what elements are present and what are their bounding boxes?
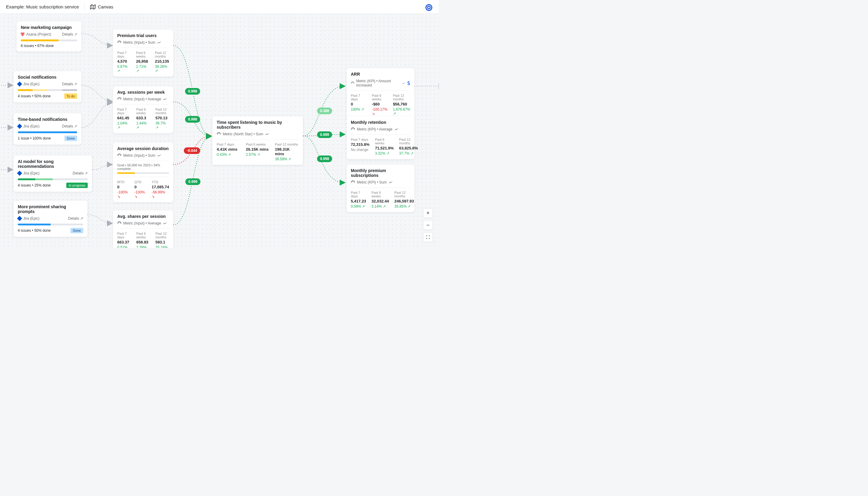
canvas[interactable]: 0.998 0.998 -0.644 0.999 0.388 0.999 0.9… [0,14,439,248]
metric-col: Past 6 weeks71,521.9%3.32% ↗ [375,138,393,155]
header: Example: Music subscription service Canv… [0,0,439,14]
metric-col: Past 6 weeks26.15K mins2.57% ↗ [246,142,270,161]
chart-icon [157,41,161,45]
metric-col: Past 12 months210,13538.26% ↗ [155,51,169,73]
metric-value: 72,315.8% [351,142,370,147]
metric-meta: Metric (Input) • Sum [117,41,169,45]
chart-icon [394,127,399,131]
svg-point-3 [426,4,432,11]
metric-col: YTD17,085.74-56.99% ↘ [152,180,169,199]
metric-label: MTD [117,180,129,184]
metric-label: Past 12 months [275,142,299,146]
gauge-icon [117,221,122,226]
metric-change: -100.17% ↘ [372,107,388,116]
card-footer: 1 issue • 100% done [18,136,51,140]
metric-value: 26.15K mins [246,147,270,152]
sheets-icon: S [407,80,410,86]
metric-card-sessions[interactable]: Avg. sessions per weekMetric (Input) • A… [113,86,173,133]
card-title: Time spent listening to music by subscri… [217,120,299,129]
goal-text: Goal • 50,000 for 2023 • 34% complete [117,160,169,171]
metric-value: 0 [117,185,129,189]
metric-change: 33.18% ↗ [156,245,169,248]
metric-change: 37.7% ↗ [399,151,418,155]
status-badge: Done [64,136,77,141]
metric-value: 32,032.44 [372,199,389,203]
metric-card-arr[interactable]: ARRMetric (KPI) • Amount increasedSPast … [346,68,414,119]
metric-value: 658.83 [136,240,150,244]
gauge-icon [117,97,122,101]
fullscreen-button[interactable] [423,232,433,242]
card-title: ARR [351,72,410,77]
metric-value: 4,570 [117,59,131,64]
canvas-tab[interactable]: Canvas [90,4,113,10]
metric-change: 38.59% ↗ [275,157,299,161]
metric-label: Past 7 days [117,108,131,115]
metric-label: Past 12 months [155,51,169,58]
metric-col: Past 7 days641.451.04% ↗ [117,108,131,129]
metric-label: Past 7 days [217,142,241,146]
details-link[interactable]: Details ↗ [62,32,77,36]
details-link[interactable]: Details ↗ [62,82,77,86]
metric-label: Past 12 months [394,191,414,198]
metric-value: 4.41K mins [217,147,241,152]
card-footer: 4 issues • 50% done [18,229,51,233]
metric-meta: Metric (Input) • Average [117,97,169,101]
metric-value: 570.13 [156,116,169,120]
metric-card-subs[interactable]: Monthly premium subscriptionsMetric (KPI… [346,165,414,212]
metric-col: Past 7 days5,417.230.59% ↗ [351,191,366,208]
metric-change: 2.38% ↗ [136,245,150,248]
gauge-icon [117,153,122,158]
chart-icon [157,153,161,158]
metric-card-duration[interactable]: Average session durationMetric (Input) •… [113,142,173,202]
metric-change: 2.57% ↗ [246,153,270,157]
logo-icon[interactable] [425,4,433,12]
metric-grid: Past 7 days5,417.230.59% ↗Past 6 weeks32… [351,187,410,208]
project-card-social[interactable]: Social notifications Jira (Epic)Details … [14,71,81,103]
metric-col: Past 12 months$56,7601,676.67% ↗ [393,94,410,116]
page-title: Example: Music subscription service [6,4,79,9]
project-card-sharing[interactable]: More prominent sharing prompts Jira (Epi… [14,201,88,237]
metric-col: Past 6 weeks32,032.443.14% ↗ [372,191,389,208]
progress-bar [21,40,77,41]
metric-card-premium[interactable]: Premium trial usersMetric (Input) • SumP… [113,30,173,77]
metric-value: 593.1 [156,240,169,244]
details-link[interactable]: Details ↗ [62,124,77,128]
metric-change: 2.71% ↗ [136,64,150,73]
correlation-badge: 0.999 [317,131,332,138]
jira-icon [17,124,22,129]
metric-value: 641.45 [117,116,131,120]
map-icon [90,4,95,10]
details-link[interactable]: Details ↗ [73,171,88,175]
metric-grid: Past 7 days72,315.8%No changePast 6 week… [351,135,410,155]
metric-card-retention[interactable]: Monthly retentionMetric (KPI) • AverageP… [346,116,414,159]
metric-meta: Metric (Input) • Sum [117,153,169,158]
jira-icon [17,171,22,176]
card-footer: 4 issues • 25% done [18,183,51,187]
metric-grid: Past 7 days663.370.51% ↗Past 6 weeks658.… [117,229,169,248]
divider [84,3,85,11]
metric-col: MTD0-100% ↘ [117,180,129,199]
metric-label: QTD [135,180,146,184]
svg-point-4 [428,6,430,9]
metric-change: 1.04% ↗ [117,121,131,129]
metric-meta: Metric (Input) • Average [117,221,169,226]
metric-card-shares[interactable]: Avg. shares per sessionMetric (Input) • … [113,210,173,248]
metric-value: 17,085.74 [152,185,169,189]
metric-card-timespent[interactable]: Time spent listening to music by subscri… [213,116,303,165]
project-card-marketing[interactable]: New marketing campaign Asana (Project)De… [17,21,81,51]
metric-value: 246,597.93 [394,199,414,203]
project-card-aimodel[interactable]: AI model for song recommendations Jira (… [14,155,92,192]
metric-change: 38.26% ↗ [155,64,169,73]
card-title: Time-based notifications [18,117,77,122]
project-card-timebased[interactable]: Time-based notifications Jira (Epic)Deta… [14,113,81,145]
metric-grid: MTD0-100% ↘QTD0-100% ↘YTD17,085.74-56.99… [117,177,169,199]
zoom-out-button[interactable]: − [423,220,433,230]
details-link[interactable]: Details ↗ [68,216,83,221]
source-label: Jira (Epic) [23,82,40,86]
canvas-label: Canvas [98,4,113,9]
card-title: Social notifications [18,75,77,80]
metric-value: 71,521.9% [375,146,393,150]
metric-value: 198.31K mins [275,147,299,156]
jira-icon [17,216,22,221]
zoom-in-button[interactable]: + [423,208,433,218]
